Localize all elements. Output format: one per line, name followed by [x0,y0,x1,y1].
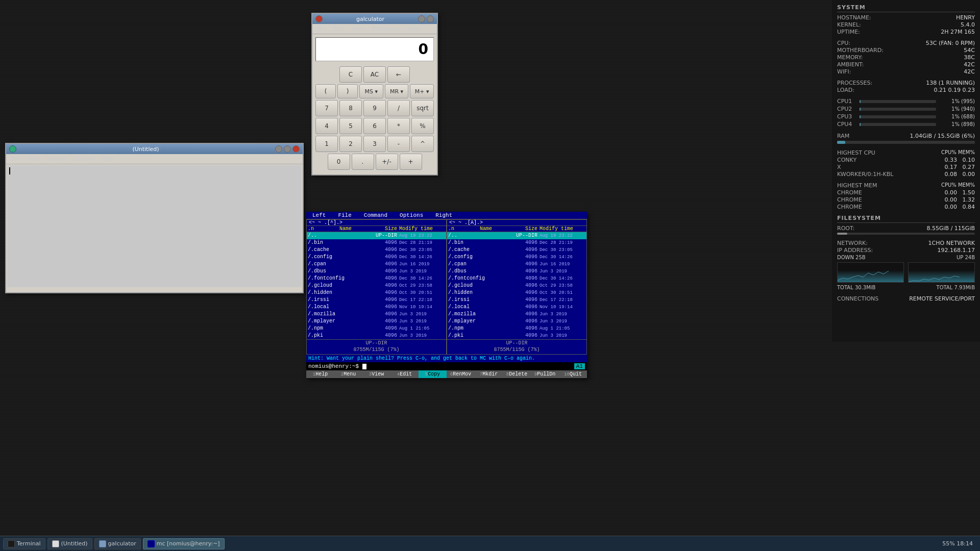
calc-ac-button[interactable]: AC [363,66,386,83]
mc-fkey-8-delete[interactable]: 8Delete [503,370,531,378]
mc-fkey-3-view[interactable]: 3View [362,370,390,378]
mc-right-file-list[interactable]: /..UP--DIRAug 19 23:22/.bin4096Dec 28 21… [447,232,586,339]
mc-file-row[interactable]: /.fontconfig4096Dec 30 14:26 [447,275,586,282]
mc-file-row[interactable]: /.cache4096Dec 30 23:05 [307,246,446,254]
calc-menu-edit[interactable]: Edit [331,25,347,33]
calc-lparen-button[interactable]: ( [315,84,336,98]
mc-fkey-1-help[interactable]: 1Help [306,370,334,378]
mc-menu-file[interactable]: File [332,212,357,219]
editor-maximize-button[interactable] [284,145,291,153]
editor-textarea[interactable] [7,165,302,287]
taskbar-mc[interactable]: mc [nomius@henry:~] [143,538,225,549]
mc-file-row[interactable]: /.pki4096Jun 3 2019 [307,332,446,339]
mc-file-row[interactable]: /.npm4096Aug 1 21:05 [447,325,586,332]
calc-add-button[interactable]: + [400,154,422,170]
calc-menu-help[interactable]: Help [405,25,423,33]
calc-menu-view[interactable]: View [349,25,368,33]
mc-file-row[interactable]: /.config4096Dec 30 14:26 [447,254,586,261]
mc-file-row[interactable]: /.config4096Dec 30 14:26 [307,254,446,261]
mc-file-row[interactable]: /..UP--DIRAug 19 23:22 [307,232,446,239]
calc-3-button[interactable]: 3 [363,136,386,152]
mc-right-panel[interactable]: <~ ~ .[A].> .n Name Size Modify time /..… [447,219,587,355]
calc-0-button[interactable]: 0 [328,154,350,170]
calc-divide-button[interactable]: / [387,100,410,116]
mc-file-row[interactable]: /.irssi4096Dec 17 22:18 [307,296,446,304]
calc-rparen-button[interactable]: ) [337,84,358,98]
mc-file-row[interactable]: /.irssi4096Dec 17 22:18 [447,296,586,304]
mc-file-row[interactable]: /.mozilla4096Jun 3 2019 [447,311,586,318]
mc-menu-right[interactable]: Right [429,212,458,219]
calc-ms-button[interactable]: MS ▾ [359,84,383,98]
editor-titlebar[interactable]: (Untitled) [6,144,303,154]
calc-1-button[interactable]: 1 [315,136,338,152]
mc-file-row[interactable]: /.local4096Nov 10 19:14 [307,304,446,311]
mc-left-panel[interactable]: <~ ~ .[^].> .n Name Size Modify time /..… [306,219,447,355]
mc-file-row[interactable]: /.bin4096Dec 28 21:19 [447,239,586,246]
taskbar-editor[interactable]: (Untitled) [47,538,92,549]
editor-close-button[interactable] [292,145,300,153]
mc-fkey-9-pulldn[interactable]: 9PullDn [531,370,559,378]
mc-fkey-6-renmov[interactable]: 6RenMov [447,370,475,378]
mc-file-row[interactable]: /.local4096Nov 10 19:14 [447,304,586,311]
calc-7-button[interactable]: 7 [315,100,338,116]
taskbar-terminal[interactable]: Terminal [3,538,45,549]
calc-c-button[interactable]: C [339,66,362,83]
editor-menu-options[interactable]: Options [70,155,97,163]
editor-body[interactable] [7,165,302,287]
mc-left-file-list[interactable]: /..UP--DIRAug 19 23:22/.bin4096Dec 28 21… [307,232,446,339]
mc-file-row[interactable]: /.pki4096Jun 3 2019 [447,332,586,339]
editor-menu-edit[interactable]: Edit [26,155,41,163]
editor-menu-file[interactable]: File [9,155,23,163]
calc-maximize-button[interactable] [427,15,434,22]
mc-file-row[interactable]: /.hidden4096Oct 30 20:51 [307,289,446,296]
calc-mr-button[interactable]: MR ▾ [385,84,409,98]
mc-file-row[interactable]: /.mplayer4096Jun 3 2019 [307,318,446,325]
calc-mod-button[interactable]: % [411,118,434,134]
calc-dot-button[interactable]: . [352,154,374,170]
calc-4-button[interactable]: 4 [315,118,338,134]
mc-menu-options[interactable]: Options [394,212,429,219]
mc-file-row[interactable]: /.cpan4096Jun 16 2019 [447,261,586,268]
mc-file-row[interactable]: /.gcloud4096Oct 29 23:58 [307,282,446,289]
calc-6-button[interactable]: 6 [363,118,386,134]
calc-minimize-button[interactable] [418,15,425,22]
editor-menu-help[interactable]: Help [99,155,117,163]
mc-menu-left[interactable]: Left [306,212,332,219]
mc-file-row[interactable]: /.dbus4096Jun 3 2019 [307,268,446,275]
mc-file-row[interactable]: /.gcloud4096Oct 29 23:58 [447,282,586,289]
calc-mplus-button[interactable]: M+ ▾ [410,84,434,98]
calc-8-button[interactable]: 8 [339,100,362,116]
editor-minimize-button[interactable] [275,145,282,153]
mc-fkey-5-copy[interactable]: 5Copy [419,370,447,378]
mc-file-row[interactable]: /.mplayer4096Jun 3 2019 [447,318,586,325]
calc-5-button[interactable]: 5 [339,118,362,134]
calc-2-button[interactable]: 2 [339,136,362,152]
mc-file-row[interactable]: /.fontconfig4096Dec 30 14:26 [307,275,446,282]
mc-file-row[interactable]: /.dbus4096Jun 3 2019 [447,268,586,275]
calc-subtract-button[interactable]: - [387,136,410,152]
mc-prompt[interactable]: nomius@henry:~$ A1 [306,362,587,370]
mc-file-row[interactable]: /.hidden4096Oct 30 20:51 [447,289,586,296]
calc-multiply-button[interactable]: * [387,118,410,134]
calc-close-button[interactable] [315,15,323,22]
mc-menu-command[interactable]: Command [358,212,394,219]
calc-menu-calculator[interactable]: Calculator [370,25,403,33]
mc-file-row[interactable]: /.mozilla4096Jun 3 2019 [307,311,446,318]
calc-sqrt-button[interactable]: sqrt [411,100,434,116]
mc-file-row[interactable]: /.cache4096Dec 30 23:05 [447,246,586,254]
mc-fkey-2-menu[interactable]: 2Menu [334,370,362,378]
calc-pow-button[interactable]: ^ [411,136,434,152]
taskbar-calculator[interactable]: galculator [94,538,141,549]
mc-file-row[interactable]: /.cpan4096Jun 16 2019 [307,261,446,268]
mc-fkey-7-mkdir[interactable]: 7Mkdir [475,370,503,378]
calc-menu-file[interactable]: File [314,25,329,33]
mc-file-row[interactable]: /..UP--DIRAug 19 23:22 [447,232,586,239]
calculator-titlebar[interactable]: galculator [312,14,437,24]
mc-fkey-10-quit[interactable]: 10Quit [559,370,587,378]
calc-sign-button[interactable]: +/- [376,154,398,170]
mc-file-row[interactable]: /.bin4096Dec 28 21:19 [307,239,446,246]
calc-9-button[interactable]: 9 [363,100,386,116]
mc-file-row[interactable]: /.npm4096Aug 1 21:05 [307,325,446,332]
calc-backspace-button[interactable]: ← [387,66,410,83]
mc-fkey-4-edit[interactable]: 4Edit [390,370,419,378]
